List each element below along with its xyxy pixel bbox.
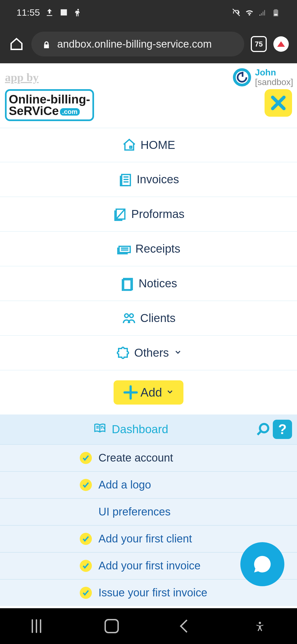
signal-icon xyxy=(258,8,267,17)
browser-home-button[interactable] xyxy=(8,36,25,52)
receipts-icon xyxy=(117,241,131,256)
check-icon xyxy=(80,533,92,545)
checklist-label: UI preferences xyxy=(98,506,170,518)
add-row: Add xyxy=(0,370,297,414)
svg-point-7 xyxy=(125,314,128,318)
home-icon xyxy=(122,138,137,152)
nav-proformas[interactable]: Proformas xyxy=(0,197,297,232)
check-icon xyxy=(80,479,92,491)
search-button[interactable] xyxy=(256,422,270,436)
close-icon xyxy=(270,95,287,111)
puzzle-icon xyxy=(116,345,130,360)
svg-rect-1 xyxy=(130,146,132,148)
upload-icon xyxy=(45,8,54,17)
chevron-down-icon xyxy=(166,388,174,397)
update-badge[interactable] xyxy=(273,36,289,52)
book-icon xyxy=(92,422,107,437)
logo-row: Online-billing- SeRViCe.com xyxy=(0,87,297,128)
browser-toolbar: andbox.online-billing-service.com 75 xyxy=(0,25,297,63)
checklist-item[interactable]: Add a logo xyxy=(0,471,297,498)
checklist-item[interactable]: Create account xyxy=(0,444,297,471)
android-home-button[interactable] xyxy=(105,619,119,633)
power-icon xyxy=(233,68,251,86)
check-icon xyxy=(80,560,92,572)
dashboard-bar: Dashboard ? xyxy=(0,414,297,444)
help-button[interactable]: ? xyxy=(273,420,292,439)
app-header: app by John [sandbox] xyxy=(0,63,297,87)
checklist-label: Issue your first invoice xyxy=(98,586,207,599)
clients-icon xyxy=(122,311,136,326)
check-icon xyxy=(80,452,92,464)
nav-notices[interactable]: Notices xyxy=(0,266,297,301)
check-icon xyxy=(80,587,92,599)
user-widget[interactable]: John [sandbox] xyxy=(233,68,293,87)
close-menu-button[interactable] xyxy=(265,89,292,117)
app-by-label: app by xyxy=(5,71,39,84)
wifi-icon xyxy=(245,8,254,17)
status-time: 11:55 xyxy=(16,7,40,18)
invoices-icon xyxy=(118,172,133,187)
svg-point-9 xyxy=(260,424,268,432)
image-icon xyxy=(59,8,68,17)
nav-invoices[interactable]: Invoices xyxy=(0,162,297,197)
user-name: John xyxy=(255,68,293,77)
android-back-button[interactable] xyxy=(180,620,193,633)
checklist-label: Add your first invoice xyxy=(98,560,200,572)
vibrate-icon xyxy=(232,8,241,17)
site-logo[interactable]: Online-billing- SeRViCe.com xyxy=(5,89,94,121)
checklist-label: Add a logo xyxy=(98,479,151,491)
walking-icon xyxy=(73,8,83,17)
chat-fab[interactable] xyxy=(240,542,284,586)
checklist-item[interactable]: UI preferences xyxy=(0,498,297,525)
add-button[interactable]: Add xyxy=(114,380,183,405)
android-status-bar: 11:55 xyxy=(0,0,297,25)
chevron-down-icon xyxy=(174,348,182,358)
url-text: andbox.online-billing-service.com xyxy=(57,38,212,50)
nav-clients[interactable]: Clients xyxy=(0,301,297,336)
nav-home[interactable]: HOME xyxy=(0,128,297,162)
main-nav: HOME Invoices Proformas Receipts Notices… xyxy=(0,128,297,370)
up-arrow-icon xyxy=(277,41,285,47)
svg-point-10 xyxy=(259,622,261,624)
nav-receipts[interactable]: Receipts xyxy=(0,232,297,266)
nav-others[interactable]: Others xyxy=(0,336,297,370)
svg-point-0 xyxy=(77,9,79,10)
proformas-icon xyxy=(112,207,127,222)
checklist-label: Add your first client xyxy=(98,533,192,545)
lock-icon xyxy=(42,40,51,48)
recent-apps-button[interactable] xyxy=(32,619,41,633)
checklist-label: Create account xyxy=(98,452,173,464)
battery-icon xyxy=(271,8,280,17)
dashboard-title[interactable]: Dashboard xyxy=(5,422,256,437)
url-bar[interactable]: andbox.online-billing-service.com xyxy=(31,32,244,56)
svg-point-8 xyxy=(130,314,133,318)
notices-icon xyxy=(120,276,135,291)
plus-icon xyxy=(123,385,138,400)
accessibility-button[interactable] xyxy=(254,621,265,632)
android-nav-bar xyxy=(0,608,297,644)
user-sandbox-label: [sandbox] xyxy=(255,77,293,87)
tab-count-button[interactable]: 75 xyxy=(251,36,267,52)
